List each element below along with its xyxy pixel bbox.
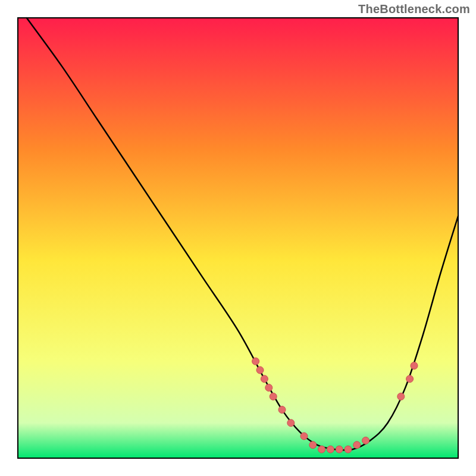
- chart-container: { "watermark": "TheBottleneck.com", "col…: [0, 0, 476, 476]
- curve-marker: [287, 419, 295, 427]
- curve-marker: [270, 393, 277, 400]
- curve-marker: [397, 393, 405, 400]
- curve-marker: [327, 446, 334, 453]
- curve-marker: [261, 375, 268, 383]
- curve-marker: [300, 433, 308, 440]
- curve-marker: [265, 384, 273, 392]
- plot-background: [18, 18, 458, 458]
- bottleneck-chart: [0, 0, 476, 476]
- curve-marker: [336, 446, 343, 453]
- curve-marker: [353, 441, 361, 449]
- curve-marker: [406, 375, 414, 383]
- curve-marker: [252, 358, 259, 365]
- curve-marker: [318, 446, 325, 453]
- curve-marker: [411, 362, 418, 369]
- curve-marker: [309, 441, 317, 449]
- curve-marker: [256, 367, 264, 374]
- curve-marker: [345, 446, 352, 453]
- watermark-text: TheBottleneck.com: [358, 2, 470, 16]
- curve-marker: [278, 406, 286, 414]
- curve-marker: [362, 437, 369, 444]
